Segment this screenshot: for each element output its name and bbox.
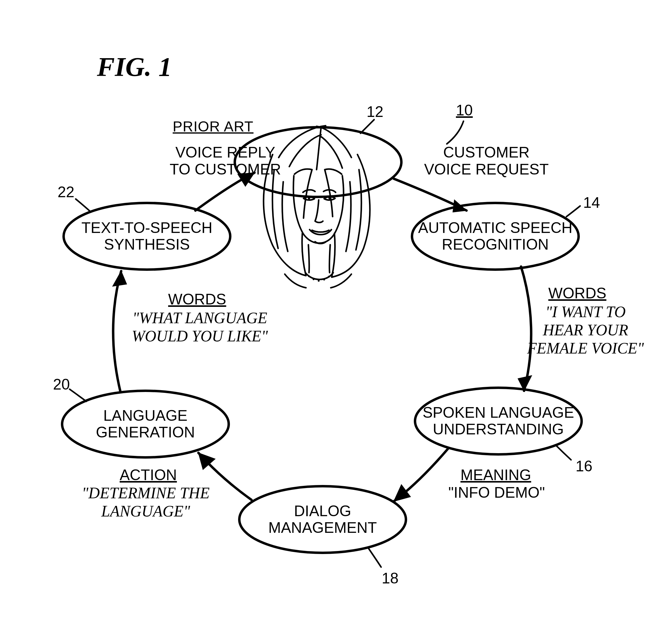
figure-title: FIG. 1 [97,52,172,82]
label-customer-request: CUSTOMER VOICE REQUEST [424,144,549,178]
arrow-top-to-asr [394,179,466,212]
label-words-right-quote: "I WANT TO HEAR YOUR FEMALE VOICE" [527,303,644,357]
svg-point-4 [318,280,319,282]
node-asr-text: AUTOMATIC SPEECH RECOGNITION [418,220,572,253]
node-tts-text: TEXT-TO-SPEECH SYNTHESIS [82,220,212,253]
ref-22: 22 [58,183,74,201]
node-lg: LANGUAGE GENERATION [62,406,229,442]
ref-14: 14 [583,194,600,211]
node-asr: AUTOMATIC SPEECH RECOGNITION [412,218,579,254]
tick-22 [76,199,91,212]
node-dm: DIALOG MANAGEMENT [239,501,406,538]
ref-20: 20 [53,376,70,393]
label-meaning-value: "INFO DEMO" [448,484,545,501]
diagram-stage: FIG. 1 PRIOR ART 10 12 14 16 18 20 22 TE… [0,0,651,644]
node-dm-text: DIALOG MANAGEMENT [269,503,377,536]
label-meaning-header: MEANING [461,466,531,484]
tick-20 [70,389,86,401]
node-tts: TEXT-TO-SPEECH SYNTHESIS [64,218,230,254]
tick-14 [566,206,580,217]
ref-10: 10 [456,101,473,119]
svg-point-6 [328,276,330,277]
svg-marker-11 [113,271,127,286]
tick-12 [361,120,374,133]
label-action-quote: "DETERMINE THE LANGUAGE" [82,484,210,520]
arrow-slu-to-dm [394,448,448,501]
node-slu-text: SPOKEN LANGUAGE UNDERSTANDING [423,404,574,438]
svg-marker-9 [394,485,410,501]
svg-point-2 [308,275,310,277]
node-lg-text: LANGUAGE GENERATION [96,407,195,441]
tick-18 [368,548,381,567]
prior-art-label: PRIOR ART [173,118,253,135]
label-words-right-header: WORDS [548,285,607,302]
label-words-left-quote: "WHAT LANGUAGE WOULD YOU LIKE" [132,309,268,345]
tick-16 [556,445,571,460]
ref-18: 18 [382,570,399,587]
label-voice-reply: VOICE REPLY TO CUSTOMER [169,144,281,178]
ref-12: 12 [367,103,383,121]
svg-point-3 [313,278,314,280]
label-action-header: ACTION [120,466,177,484]
arrow-lg-to-tts [113,271,127,392]
svg-point-5 [323,279,325,280]
node-slu: SPOKEN LANGUAGE UNDERSTANDING [415,403,582,439]
label-words-left-header: WORDS [168,291,226,308]
ref-16: 16 [576,457,592,475]
arrow-tts-to-top [195,173,254,211]
leader-10 [447,121,464,144]
